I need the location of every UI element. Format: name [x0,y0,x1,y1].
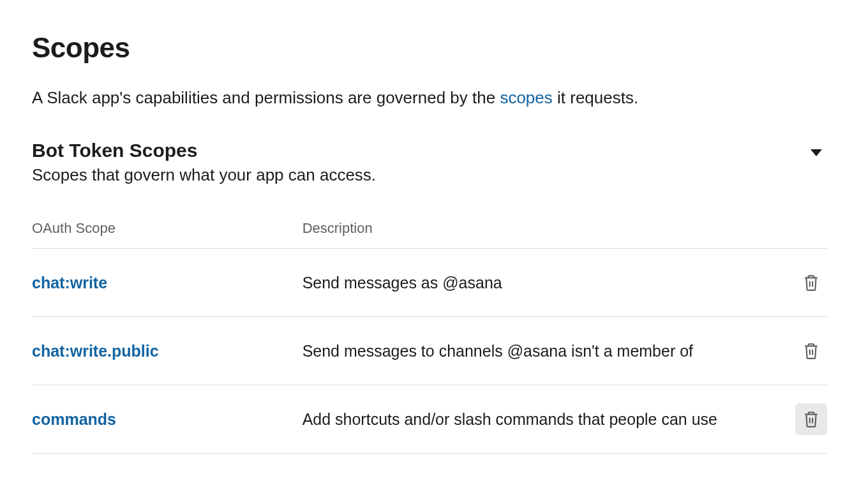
scopes-link[interactable]: scopes [500,88,552,107]
scope-desc: Add shortcuts and/or slash commands that… [303,410,717,428]
bot-token-scopes-heading: Bot Token Scopes [32,140,197,161]
scope-link-chat-write-public[interactable]: chat:write.public [32,342,159,360]
intro-suffix: it requests. [553,88,638,107]
table-header: OAuth Scope Description [32,220,827,249]
col-header-description: Description [303,220,373,236]
delete-scope-button[interactable] [795,403,827,435]
section-header-row: Bot Token Scopes [32,140,827,165]
trash-icon [803,342,819,360]
trash-icon [803,274,819,292]
col-header-scope: OAuth Scope [32,220,116,236]
page-title: Scopes [32,32,827,64]
trash-icon [803,410,819,428]
delete-scope-button[interactable] [795,335,827,367]
delete-scope-button[interactable] [795,267,827,299]
collapse-toggle[interactable] [805,144,827,161]
table-row: chat:write Send messages as @asana [32,249,827,317]
chevron-down-icon [810,149,822,156]
scopes-table: OAuth Scope Description chat:write Send … [32,220,827,454]
intro-prefix: A Slack app's capabilities and permissio… [32,88,500,107]
scope-desc: Send messages as @asana [303,274,502,292]
page-intro: A Slack app's capabilities and permissio… [32,86,827,109]
bot-token-scopes-subtitle: Scopes that govern what your app can acc… [32,165,827,185]
table-row: commands Add shortcuts and/or slash comm… [32,385,827,454]
scope-desc: Send messages to channels @asana isn't a… [303,342,693,360]
scope-link-chat-write[interactable]: chat:write [32,274,107,292]
table-row: chat:write.public Send messages to chann… [32,317,827,385]
scope-link-commands[interactable]: commands [32,410,116,428]
